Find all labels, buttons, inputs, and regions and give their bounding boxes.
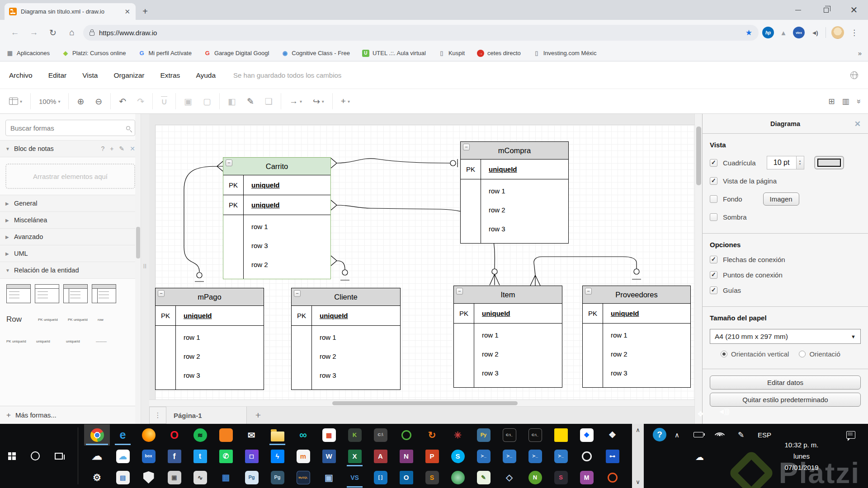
stepper-icon[interactable]: ▲▼ [797, 156, 804, 169]
connection-style-button[interactable]: ↪▾ [310, 96, 327, 107]
entity-body[interactable]: row 1row 2row 3 [292, 326, 400, 389]
entity-row[interactable]: row 2 [320, 347, 400, 366]
more-shapes-button[interactable]: + Más formas... [0, 406, 135, 424]
settings-button[interactable]: ⚙ [84, 467, 110, 488]
edit-icon[interactable]: ✎ [119, 145, 125, 152]
guides-checkbox[interactable] [710, 286, 717, 294]
menu-ayuda[interactable]: Ayuda [196, 71, 216, 80]
vlex-extension-icon[interactable]: vlex [793, 27, 805, 38]
slack-dark-button[interactable]: S [548, 467, 574, 488]
entity-header[interactable]: −Cliente [292, 288, 400, 306]
entity-header[interactable]: −Carrito [223, 158, 330, 175]
battery-icon[interactable] [693, 432, 703, 437]
entity-pk-row[interactable]: PKuniqueId [461, 160, 568, 179]
entity-row[interactable]: row 2 [611, 345, 690, 364]
grid-size-input[interactable] [767, 156, 797, 169]
browser-tab[interactable]: Diagrama sin título.xml - draw.io ✕ [5, 3, 136, 20]
zoom-in-button[interactable]: ⊕ [74, 96, 87, 107]
shape-thumbnail[interactable]: PK uniqueId [38, 318, 66, 322]
atom-button[interactable] [445, 467, 471, 488]
powershell-2-button[interactable]: ≻_ [496, 446, 522, 467]
waypoint-style-button[interactable]: →▾ [287, 96, 305, 106]
entity-row[interactable]: row 2 [251, 255, 330, 274]
bookmark-6[interactable]: UUTEL .::. Aula virtual [362, 50, 426, 57]
scrollbar-thumb[interactable] [332, 401, 518, 405]
fill-color-button[interactable]: ◧ [225, 96, 239, 107]
zoom-out-button[interactable]: ⊖ [92, 96, 105, 107]
entity-header[interactable]: −Proveedores [583, 286, 690, 304]
canvas-vertical-scrollbar[interactable] [694, 114, 702, 424]
entity-body[interactable]: row 1row 2row 3 [454, 324, 562, 387]
bookmarks-overflow-icon[interactable]: » [858, 49, 862, 57]
icloud-button[interactable]: ☁ [110, 446, 136, 467]
add-icon[interactable]: + [110, 145, 113, 152]
mysql-cli-button[interactable]: MySQL [290, 467, 316, 488]
shape-search[interactable] [5, 120, 135, 136]
cliente-entity[interactable]: −ClientePKuniqueIdrow 1row 2row 3 [291, 288, 401, 390]
scroll-up-icon[interactable]: ∧ [636, 427, 640, 433]
bookmark-2[interactable]: ◆Platzi: Cursos online [62, 50, 126, 57]
reload-icon[interactable]: ↻ [45, 25, 61, 40]
cmd-prompt-button[interactable]: C:\_ [496, 424, 522, 446]
sticky-notes-button[interactable] [548, 424, 574, 446]
firefox-button[interactable] [136, 424, 161, 446]
back-icon[interactable]: ← [7, 25, 23, 40]
onenote-button[interactable]: N [393, 446, 419, 467]
collapse-icon[interactable]: − [463, 144, 470, 150]
entity-body[interactable]: row 1row 2row 3 [156, 326, 264, 389]
to-back-button[interactable]: ▢ [200, 96, 214, 107]
registry-blocks-button[interactable]: ▦ [213, 467, 239, 488]
item-entity[interactable]: −ItemPKuniqueIdrow 1row 2row 3 [453, 286, 562, 388]
url-text[interactable]: https://www.draw.io [99, 29, 741, 37]
collapse-icon[interactable]: − [158, 290, 165, 297]
format-panel-icon[interactable]: ▥ [842, 97, 849, 106]
collapse-icon[interactable]: − [226, 160, 232, 166]
control-panel-button[interactable]: ▤ [110, 467, 136, 488]
clear-default-style-button[interactable]: Quitar estilo predeterminado [710, 393, 861, 407]
cmd-prompt-2-button[interactable]: C:\_ [522, 424, 548, 446]
spotify-button[interactable]: ≋ [187, 424, 213, 446]
entity-header[interactable]: −mCompra [461, 142, 568, 160]
help-icon[interactable]: ? [101, 145, 105, 152]
entity-header[interactable]: −Item [454, 286, 562, 304]
forward-icon[interactable]: → [26, 25, 42, 40]
entity-row[interactable]: row 3 [489, 220, 568, 239]
entity-body[interactable]: row 1row 3row 2 [223, 215, 330, 279]
powershell-1-button[interactable]: ≻_ [471, 446, 496, 467]
dropbox-button[interactable]: ❖ [574, 424, 599, 446]
sidebar-section-uml[interactable]: ▶UML [0, 245, 141, 262]
menu-organizar[interactable]: Organizar [113, 71, 144, 80]
entity-row[interactable]: row 1 [611, 326, 690, 345]
m-purple-button[interactable]: M [574, 467, 599, 488]
instagram-button[interactable]: ◻ [239, 446, 264, 467]
collapse-toolbar-icon[interactable]: » [854, 99, 863, 103]
page-view-checkbox[interactable] [710, 177, 717, 185]
shape-thumbnail[interactable]: uniqueId [36, 339, 64, 343]
edit-data-button[interactable]: Editar datos [710, 375, 861, 389]
shadow-button[interactable]: ❏ [262, 96, 275, 107]
entity-pk-row[interactable]: PKuniqueId [223, 195, 330, 215]
entity-row[interactable]: row 1 [320, 328, 400, 347]
sidebar-section-avanzado[interactable]: ▶Avanzado [0, 228, 141, 245]
terminal-cl-button[interactable]: C:\ [368, 424, 393, 446]
chrome-button[interactable] [84, 424, 110, 446]
action-center-button[interactable] [846, 431, 855, 439]
postgresql-button[interactable]: Pg [239, 467, 264, 488]
web-app-button[interactable]: ✳ [445, 424, 471, 446]
powerpoint-button[interactable]: P [419, 446, 445, 467]
collapse-icon[interactable]: − [294, 290, 301, 297]
collapse-icon[interactable]: − [456, 288, 463, 295]
entity-pk-row[interactable]: PKuniqueId [223, 175, 330, 195]
volume-icon[interactable]: ◄))) [718, 408, 729, 416]
delete-button[interactable]: ∪ [158, 96, 170, 107]
entity-row[interactable]: row 2 [482, 345, 562, 364]
bookmark-5[interactable]: ◉Cognitive Class - Free [281, 50, 350, 57]
skype-button[interactable]: S [445, 446, 471, 467]
moodle-button[interactable]: m [290, 446, 316, 467]
task-view-button[interactable] [47, 424, 71, 488]
cortana-button[interactable] [24, 424, 47, 488]
paper-size-select[interactable]: A4 (210 mm x 297 mm) ▼ [710, 329, 861, 344]
entity-body[interactable]: row 1row 2row 3 [461, 179, 568, 243]
sidebar-scrollbar[interactable] [135, 114, 141, 424]
to-front-button[interactable]: ▣ [181, 96, 195, 107]
